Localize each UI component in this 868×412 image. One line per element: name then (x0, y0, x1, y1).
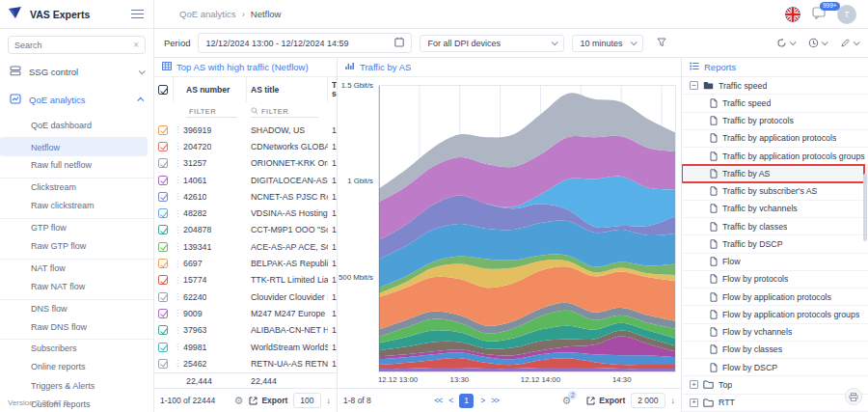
tree-item[interactable]: Traffic by DSCP (682, 235, 868, 253)
tree-item[interactable]: − Traffic speed (682, 77, 868, 95)
sidebar-item[interactable]: QoE dashboard (0, 116, 153, 134)
table-row[interactable]: ⋮ 25462 RETN-UA-AS RETN Limi 13.4 (154, 355, 337, 371)
chart-page-size-select[interactable]: 2 000 (631, 393, 665, 408)
tree-item[interactable]: Flow by vchannels (682, 324, 868, 342)
sidebar-item[interactable]: Clickstream (0, 178, 153, 196)
filter-funnel-icon[interactable] (657, 38, 666, 49)
dpi-devices-select[interactable]: For all DPI devices (420, 35, 564, 52)
history-control[interactable] (808, 38, 827, 48)
search-clear-icon[interactable]: × (133, 40, 139, 50)
as-number-filter-input[interactable] (189, 107, 239, 116)
sidebar-item[interactable]: Raw GTP flow (0, 236, 153, 255)
col-header-traffic-speed[interactable]: Traffic speed (328, 81, 337, 99)
table-row[interactable]: ⋮ 396919 SHADOW, US 16.9 (154, 122, 337, 138)
row-checkbox[interactable] (158, 359, 168, 369)
tree-item[interactable]: Traffic by application protocols groups (682, 148, 868, 165)
drag-handle-icon[interactable]: ⋮ (174, 309, 179, 317)
row-checkbox[interactable] (158, 309, 168, 318)
drag-handle-icon[interactable]: ⋮ (174, 359, 179, 368)
refresh-control[interactable] (776, 38, 795, 48)
drag-handle-icon[interactable]: ⋮ (174, 125, 179, 134)
row-checkbox[interactable] (158, 259, 168, 268)
sidebar-section-ssg-control[interactable]: SSG control (0, 58, 153, 86)
col-header-as-title[interactable]: AS title (247, 77, 328, 102)
table-export-button[interactable]: Export (249, 396, 287, 405)
interval-select[interactable]: 10 minutes (572, 35, 643, 52)
drag-handle-icon[interactable]: ⋮ (174, 276, 179, 285)
row-checkbox[interactable] (158, 275, 168, 285)
chart-export-button[interactable]: Export (586, 396, 625, 405)
drag-handle-icon[interactable]: ⋮ (174, 226, 179, 234)
table-row[interactable]: ⋮ 62240 Clouvider Clouvider Lir 13.8 (154, 288, 337, 305)
sidebar-section-qoe-analytics[interactable]: QoE analytics (0, 86, 153, 114)
tree-item[interactable]: Traffic by protocols (682, 113, 868, 130)
tree-item[interactable]: + Top (682, 376, 868, 394)
sidebar-item[interactable]: Online reports (0, 358, 153, 376)
tree-item[interactable]: Flow by DSCP (682, 359, 868, 376)
page-next-button[interactable]: > (480, 396, 484, 405)
tree-item[interactable]: Traffic by application protocols (682, 130, 868, 148)
expander-icon[interactable]: + (690, 398, 698, 407)
tree-item[interactable]: Flow by classes (682, 342, 868, 359)
sidebar-item[interactable]: Netflow (0, 137, 148, 155)
sidebar-item[interactable]: Raw clickstream (0, 197, 153, 215)
sidebar-item[interactable]: GTP flow (0, 218, 153, 236)
edit-control[interactable] (840, 38, 858, 48)
row-checkbox[interactable] (158, 292, 168, 302)
tree-item[interactable]: + RTT (682, 395, 868, 412)
tree-item[interactable]: Traffic by vchannels (682, 201, 868, 218)
table-settings-gear-icon[interactable]: ⚙ (234, 396, 244, 406)
row-checkbox[interactable] (158, 176, 168, 185)
col-header-as-number[interactable]: AS number (174, 77, 247, 102)
expander-icon[interactable]: − (690, 81, 698, 90)
menu-toggle-icon[interactable] (129, 7, 146, 22)
language-flag-icon[interactable] (785, 7, 800, 22)
row-checkbox[interactable] (158, 225, 168, 234)
chart-settings-control[interactable]: ⚙ 2 (561, 396, 571, 406)
drag-handle-icon[interactable]: ⋮ (174, 209, 179, 218)
page-first-button[interactable]: << (434, 396, 442, 405)
row-checkbox[interactable] (158, 192, 168, 202)
drag-handle-icon[interactable]: ⋮ (174, 343, 179, 351)
table-row[interactable]: ⋮ 31257 ORIONNET-KRK Orion T 16.4 (154, 155, 337, 172)
tree-item[interactable]: Flow (682, 254, 868, 271)
drag-handle-icon[interactable]: ⋮ (174, 176, 179, 184)
table-row[interactable]: ⋮ 204720 CDNetworks GLOBAL ( 16.8 (154, 138, 337, 154)
print-fab-button[interactable] (845, 388, 862, 405)
sidebar-item[interactable]: Subscribers (0, 339, 153, 357)
sidebar-item[interactable]: Raw full netflow (0, 156, 153, 175)
drag-handle-icon[interactable]: ⋮ (174, 242, 179, 251)
table-row[interactable]: ⋮ 9009 M247 M247 Europe SRL 13.7 (154, 305, 337, 321)
sidebar-item[interactable]: Triggers & Alerts (0, 376, 153, 395)
user-avatar[interactable]: T (837, 5, 856, 24)
period-range-picker[interactable]: 12/12/2024 13:00 - 12/12/2024 14:59 (198, 33, 412, 53)
reports-scrollbar-thumb[interactable] (863, 174, 867, 241)
drag-handle-icon[interactable]: ⋮ (174, 260, 179, 268)
table-row[interactable]: ⋮ 139341 ACE-AS-AP ACE, SG 14.4 (154, 238, 337, 255)
page-prev-button[interactable]: < (448, 396, 452, 405)
tree-item[interactable]: Flow by protocols (682, 271, 868, 288)
sidebar-item[interactable]: Raw NAT flow (0, 277, 153, 295)
expander-icon[interactable]: + (690, 380, 698, 389)
drag-handle-icon[interactable]: ⋮ (174, 159, 179, 168)
row-checkbox[interactable] (158, 125, 168, 135)
table-row[interactable]: ⋮ 37963 ALIBABA-CN-NET Hang 13.6 (154, 322, 337, 339)
select-all-checkbox[interactable] (158, 85, 168, 95)
row-checkbox[interactable] (158, 343, 168, 352)
tree-item[interactable]: Traffic speed (682, 95, 868, 112)
table-row[interactable]: ⋮ 204878 CCT-M9P1 OOO "Sovre 14.4 (154, 222, 337, 238)
search-input[interactable] (14, 41, 133, 50)
tree-item[interactable]: Traffic by classes (682, 218, 868, 235)
notifications-icon[interactable]: 999+ (812, 7, 826, 21)
tree-item[interactable]: Traffic by AS (682, 165, 868, 182)
tree-item[interactable]: Traffic by subscriber's AS (682, 183, 868, 201)
table-row[interactable]: ⋮ 14061 DIGITALOCEAN-ASN, U 16.3 (154, 172, 337, 188)
chart-download-icon[interactable]: ↓ (671, 396, 676, 405)
drag-handle-icon[interactable]: ⋮ (174, 192, 179, 201)
sidebar-item[interactable]: Raw DNS flow (0, 317, 153, 336)
table-row[interactable]: ⋮ 15774 TTK-RTL Limited Liabili 13.8 (154, 272, 337, 288)
table-download-icon[interactable]: ↓ (327, 396, 332, 405)
table-row[interactable]: ⋮ 49981 WorldStream WorldStr 13.5 (154, 339, 337, 355)
tree-item[interactable]: Flow by application protocols groups (682, 306, 868, 323)
page-current[interactable]: 1 (459, 394, 474, 408)
